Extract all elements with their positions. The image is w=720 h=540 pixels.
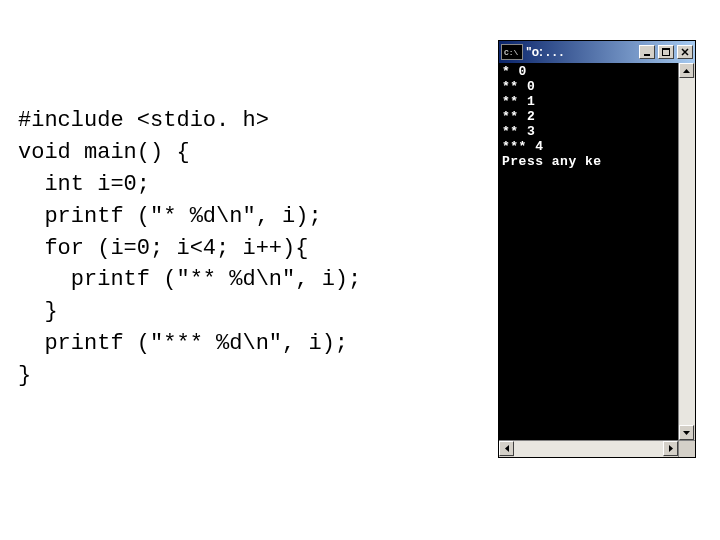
vertical-scrollbar[interactable]: [678, 63, 695, 440]
scroll-corner: [678, 441, 695, 457]
console-output: * 0 ** 0 ** 1 ** 2 ** 3 *** 4 Press any …: [499, 63, 678, 440]
titlebar: C:\ "o: . . .: [499, 41, 695, 63]
scroll-track-vertical[interactable]: [679, 78, 695, 425]
svg-rect-2: [662, 48, 670, 50]
scroll-down-button[interactable]: [679, 425, 694, 440]
console-icon-text: C:\: [504, 48, 518, 57]
horizontal-scrollbar[interactable]: [499, 440, 695, 457]
scroll-right-button[interactable]: [663, 441, 678, 456]
console-body: * 0 ** 0 ** 1 ** 2 ** 3 *** 4 Press any …: [499, 63, 695, 440]
scroll-up-button[interactable]: [679, 63, 694, 78]
source-code: #include <stdio. h> void main() { int i=…: [18, 105, 361, 392]
scroll-left-button[interactable]: [499, 441, 514, 456]
console-icon: C:\: [501, 44, 523, 60]
maximize-button[interactable]: [658, 45, 674, 59]
svg-rect-0: [644, 54, 650, 56]
close-button[interactable]: [677, 45, 693, 59]
console-window: C:\ "o: . . . * 0 ** 0 ** 1 ** 2 ** 3 **…: [498, 40, 696, 458]
scroll-track-horizontal[interactable]: [514, 441, 663, 457]
window-title: "o: . . .: [526, 45, 636, 59]
minimize-button[interactable]: [639, 45, 655, 59]
